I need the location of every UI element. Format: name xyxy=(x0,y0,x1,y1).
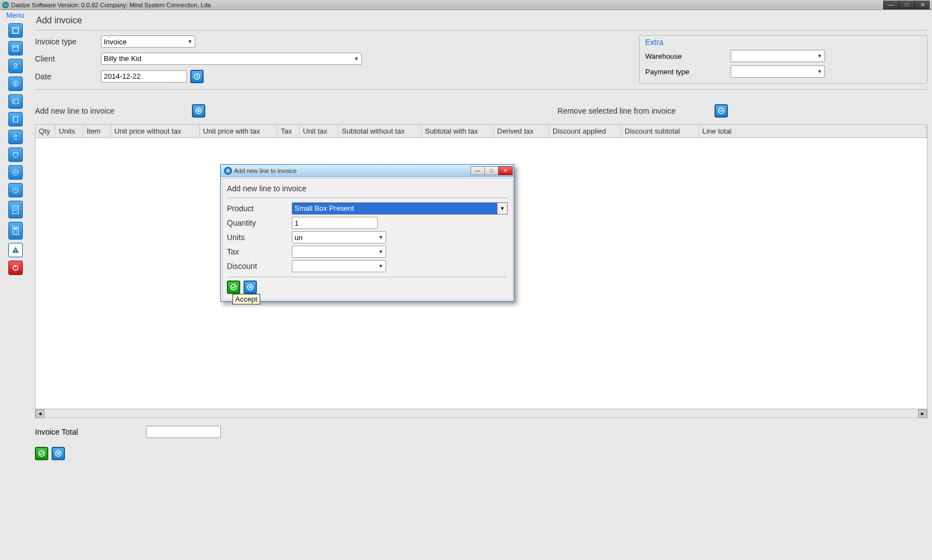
sidebar: Menu $ ! xyxy=(0,10,31,560)
sidebar-icon-2[interactable] xyxy=(8,41,23,55)
chevron-down-icon: ▼ xyxy=(188,39,193,44)
th-tax[interactable]: Tax xyxy=(277,125,300,138)
chevron-down-icon[interactable]: ▼ xyxy=(497,203,507,214)
scroll-left-icon[interactable]: ◄ xyxy=(36,409,44,418)
dialog-titlebar[interactable]: ? Add new line to invoice — □ ✕ xyxy=(221,165,514,177)
th-subtotal-w-tax[interactable]: Subtotal with tax xyxy=(422,125,494,138)
dialog-minimize-button[interactable]: — xyxy=(470,166,485,175)
horizontal-scrollbar[interactable]: ◄ ► xyxy=(36,409,927,418)
window-minimize-button[interactable]: — xyxy=(883,1,899,9)
add-line-button[interactable] xyxy=(192,104,205,118)
th-item[interactable]: Item xyxy=(83,125,111,138)
svg-point-9 xyxy=(13,118,14,119)
sidebar-icon-9[interactable] xyxy=(8,165,23,180)
dialog-heading: Add new line to invoice xyxy=(227,184,508,193)
th-unit-tax[interactable]: Unit tax xyxy=(300,125,338,138)
dialog-close-button[interactable]: ✕ xyxy=(498,166,513,175)
dialog-icon: ? xyxy=(224,167,232,175)
client-combo[interactable]: Billy the Kid ▼ xyxy=(101,53,362,65)
th-subtotal-wo-tax[interactable]: Subtotal without tax xyxy=(338,125,422,138)
chevron-down-icon: ▼ xyxy=(817,53,822,59)
divider xyxy=(35,89,928,90)
svg-point-11 xyxy=(14,135,17,137)
add-line-dialog: ? Add new line to invoice — □ ✕ Add new … xyxy=(220,164,514,302)
scroll-track[interactable] xyxy=(44,410,918,418)
chevron-down-icon: ▼ xyxy=(378,263,383,269)
svg-rect-0 xyxy=(13,28,18,33)
chevron-down-icon: ▼ xyxy=(378,249,383,254)
tax-label: Tax xyxy=(227,247,291,256)
divider xyxy=(35,30,928,30)
warehouse-label: Warehouse xyxy=(645,52,728,60)
date-input[interactable]: 2014-12-22 xyxy=(101,70,187,83)
svg-point-20 xyxy=(14,231,15,232)
th-discount-applied[interactable]: Discount applied xyxy=(549,125,621,138)
svg-rect-8 xyxy=(13,116,18,122)
client-value: Billy the Kid xyxy=(104,54,141,63)
sidebar-icon-4[interactable]: $ xyxy=(8,77,23,91)
window-close-button[interactable]: ✕ xyxy=(914,1,930,9)
cancel-invoice-button[interactable] xyxy=(52,447,65,460)
svg-text:!: ! xyxy=(14,248,16,253)
chevron-down-icon: ▼ xyxy=(354,56,359,62)
product-label: Product xyxy=(227,204,291,213)
sidebar-icon-6[interactable] xyxy=(8,112,23,126)
th-qty[interactable]: Qty xyxy=(36,125,55,138)
payment-type-combo[interactable]: ▼ xyxy=(731,65,825,78)
dialog-maximize-button[interactable]: □ xyxy=(484,166,499,175)
invoice-type-combo[interactable]: Invoice ▼ xyxy=(101,35,195,48)
th-derived-tax[interactable]: Derived tax xyxy=(494,125,549,138)
invoice-type-value: Invoice xyxy=(104,38,126,46)
sidebar-icon-1[interactable] xyxy=(8,23,23,38)
discount-combo[interactable]: ▼ xyxy=(292,260,386,272)
th-units[interactable]: Units xyxy=(55,125,83,138)
svg-text:$: $ xyxy=(14,82,17,86)
tooltip-accept: Accept xyxy=(232,294,260,304)
sidebar-icon-5[interactable] xyxy=(8,94,23,109)
invoice-total-label: Invoice Total xyxy=(35,427,140,436)
sidebar-icon-11[interactable] xyxy=(8,201,23,218)
remove-line-label: Remove selected line from invoice xyxy=(558,106,676,115)
page-title: Add invoice xyxy=(35,10,928,30)
product-combo[interactable]: Small Box Present ▼ xyxy=(292,202,508,215)
th-line-total[interactable]: Line total xyxy=(699,125,927,138)
units-label: Units xyxy=(227,233,291,242)
quantity-input[interactable]: 1 xyxy=(292,217,378,229)
sidebar-icon-8[interactable] xyxy=(8,147,23,162)
divider xyxy=(227,197,508,198)
sidebar-icon-7[interactable] xyxy=(8,130,23,144)
remove-line-button[interactable] xyxy=(715,104,728,118)
svg-point-7 xyxy=(14,101,15,102)
dialog-cancel-button[interactable] xyxy=(244,281,257,294)
window-titlebar: Daidze Software Version: 0.0.82 Company:… xyxy=(0,0,932,10)
warehouse-combo[interactable]: ▼ xyxy=(731,50,825,62)
units-combo[interactable]: un▼ xyxy=(292,231,386,243)
th-discount-subtotal[interactable]: Discount subtotal xyxy=(621,125,699,138)
th-unit-price-w-tax[interactable]: Unit price with tax xyxy=(200,125,277,138)
sidebar-icon-3[interactable] xyxy=(8,59,23,73)
svg-point-10 xyxy=(13,120,14,121)
date-label: Date xyxy=(35,72,99,81)
svg-point-3 xyxy=(14,64,17,67)
accept-invoice-button[interactable] xyxy=(35,447,48,460)
svg-rect-6 xyxy=(13,99,18,104)
scroll-right-icon[interactable]: ► xyxy=(918,409,927,418)
product-value: Small Box Present xyxy=(292,203,497,214)
dialog-title: Add new line to invoice xyxy=(234,167,471,174)
client-label: Client xyxy=(35,54,99,63)
dialog-accept-button[interactable] xyxy=(227,281,240,294)
window-maximize-button[interactable]: □ xyxy=(899,1,914,9)
invoice-total-input[interactable] xyxy=(146,426,221,438)
sidebar-icon-power[interactable] xyxy=(8,261,23,275)
sidebar-icon-10[interactable] xyxy=(8,183,23,197)
sidebar-icon-12[interactable] xyxy=(8,222,23,240)
svg-rect-15 xyxy=(13,206,18,213)
menu-label: Menu xyxy=(6,11,24,19)
svg-point-22 xyxy=(14,232,15,233)
extra-title: Extra xyxy=(645,38,921,47)
th-unit-price-wo-tax[interactable]: Unit price without tax xyxy=(111,125,200,138)
date-picker-button[interactable] xyxy=(190,70,204,83)
sidebar-icon-warning[interactable]: ! xyxy=(8,243,23,257)
svg-rect-1 xyxy=(13,45,18,51)
tax-combo[interactable]: ▼ xyxy=(292,246,386,258)
